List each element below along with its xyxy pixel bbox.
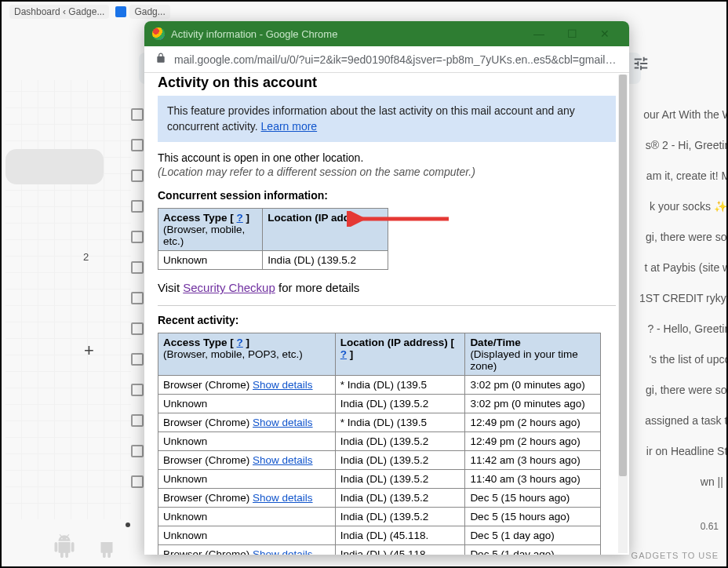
recent-loc: India (DL) (139.5.2 (335, 432, 465, 451)
row-snippet: t at Paybis (site with (645, 261, 729, 274)
recent-datetime: Dec 5 (1 day ago) (465, 526, 601, 545)
recent-row: Browser (Chrome) Show details* India (DL… (158, 376, 601, 395)
recent-loc: India (DL) (139.5.2 (335, 451, 465, 470)
minimize-button[interactable]: — (522, 23, 555, 45)
row-snippet: wn || bro (701, 475, 728, 488)
recent-type: Browser (Chrome) Show details (158, 545, 336, 555)
checkbox[interactable] (131, 200, 144, 213)
recent-datetime: 11:42 am (3 hours ago) (465, 451, 601, 470)
compose-button[interactable] (5, 149, 104, 184)
concurrent-type: Unknown (158, 251, 263, 270)
checkbox[interactable] (131, 231, 144, 243)
progress-dot (126, 522, 130, 527)
th-access-type-2: Access Type [ ? ](Browser, mobile, POP3,… (158, 333, 336, 376)
lock-icon (155, 53, 166, 66)
recent-datetime: Dec 5 (15 hours ago) (465, 508, 601, 526)
row-snippet: gi, there were some (646, 384, 728, 396)
checkbox[interactable] (131, 261, 144, 274)
recent-row: Browser (Chrome) Show detailsIndia (DL) … (158, 489, 601, 508)
security-checkup-link[interactable]: Security Checkup (183, 281, 275, 294)
background-tab-1[interactable]: Dashboard ‹ Gadge... (9, 5, 109, 19)
concurrent-title: Concurrent session information: (158, 189, 616, 202)
recent-datetime: 12:49 pm (2 hours ago) (465, 432, 601, 451)
checkbox[interactable] (131, 445, 144, 457)
recent-row: Browser (Chrome) Show details* India (DL… (158, 413, 601, 432)
recent-row: UnknownIndia (DL) (139.5.212:49 pm (2 ho… (158, 432, 601, 451)
scrollbar[interactable] (618, 75, 628, 553)
checkbox[interactable] (131, 139, 144, 151)
recent-type: Unknown (158, 470, 336, 489)
learn-more-link[interactable]: Learn more (261, 120, 318, 133)
row-snippet: 's the list of upcomi (649, 353, 728, 366)
recent-datetime: 3:02 pm (0 minutes ago) (465, 376, 601, 395)
recent-loc: India (DL) (139.5.2 (335, 489, 465, 508)
window-title: Activity information - Google Chrome (171, 28, 337, 40)
row-snippet: am it, create it! Mak (646, 169, 728, 182)
checkbox[interactable] (131, 322, 144, 335)
checkbox[interactable] (131, 414, 144, 427)
concurrent-loc: India (DL) (139.5.2 (263, 251, 388, 270)
location-help-link[interactable]: ? (340, 348, 347, 360)
recent-datetime: 3:02 pm (0 minutes ago) (465, 395, 601, 413)
recent-row: UnknownIndia (DL) (139.5.23:02 pm (0 min… (158, 395, 601, 413)
tab-favicon (115, 6, 126, 17)
activity-info-popup: Activity information - Google Chrome — ☐… (144, 21, 629, 555)
row-snippet: gi, there were some (646, 231, 728, 243)
recent-datetime: Dec 5 (15 hours ago) (465, 489, 601, 508)
recent-datetime: 12:49 pm (2 hours ago) (465, 413, 601, 432)
recent-loc: India (DL) (139.5.2 (335, 508, 465, 526)
settings-button[interactable] (632, 55, 650, 75)
show-details-link[interactable]: Show details (253, 492, 313, 504)
scrollbar-thumb[interactable] (619, 75, 627, 476)
checkbox[interactable] (131, 353, 144, 366)
maximize-button[interactable]: ☐ (555, 23, 588, 45)
th-access-type: Access Type [ ? ](Browser, mobile, etc.) (158, 209, 263, 251)
recent-title: Recent activity: (158, 314, 616, 326)
checkbox[interactable] (131, 384, 144, 396)
close-button[interactable]: ✕ (588, 23, 621, 45)
banner-text: This feature provides information about … (167, 104, 575, 133)
row-snippet: ir on Headline Studi (646, 445, 728, 457)
recent-type: Unknown (158, 508, 336, 526)
recent-loc: India (DL) (45.118. (335, 526, 465, 545)
robot-icon (53, 534, 76, 558)
checkbox[interactable] (131, 169, 144, 182)
th-location-2: Location (IP address) [ ? ] (335, 333, 465, 376)
popup-body: Activity on this account This feature pr… (144, 73, 629, 555)
watermark: GADGETS TO USE (632, 551, 719, 560)
recent-datetime: 11:40 am (3 hours ago) (465, 470, 601, 489)
unread-badge: 2 (83, 251, 89, 263)
recent-type: Browser (Chrome) Show details (158, 489, 336, 508)
robot-icon (95, 534, 118, 558)
chrome-icon (152, 27, 165, 40)
tune-icon (632, 55, 650, 72)
checkbox[interactable] (131, 108, 144, 121)
open-status: This account is open in one other locati… (158, 151, 616, 164)
address-bar[interactable]: mail.google.com/mail/u/0/?ui=2&ik=9ed019… (144, 46, 629, 73)
show-details-link[interactable]: Show details (253, 454, 313, 466)
access-help-link[interactable]: ? (237, 212, 243, 224)
checkbox[interactable] (131, 292, 144, 304)
th-datetime: Date/Time(Displayed in your time zone) (465, 333, 601, 376)
show-details-link[interactable]: Show details (253, 548, 313, 555)
access-help-link-2[interactable]: ? (237, 337, 243, 348)
recent-row: Browser (Chrome) Show detailsIndia (DL) … (158, 545, 601, 555)
open-status-sub: (Location may refer to a different sessi… (158, 166, 616, 178)
circuit-decoration (5, 80, 131, 519)
recent-row: Browser (Chrome) Show detailsIndia (DL) … (158, 451, 601, 470)
info-banner: This feature provides information about … (158, 96, 616, 142)
recent-type: Unknown (158, 526, 336, 545)
row-snippet: assigned a task to y (645, 414, 728, 427)
show-details-link[interactable]: Show details (253, 417, 313, 428)
recent-loc: India (DL) (45.118. (335, 545, 465, 555)
recent-datetime: Dec 5 (1 day ago) (465, 545, 601, 555)
concurrent-table: Access Type [ ? ](Browser, mobile, etc.)… (158, 208, 388, 270)
add-label-button[interactable]: + (84, 340, 94, 361)
recent-row: UnknownIndia (DL) (139.5.211:40 am (3 ho… (158, 470, 601, 489)
recent-type: Unknown (158, 395, 336, 413)
checkbox[interactable] (131, 475, 144, 488)
recent-activity-table: Access Type [ ? ](Browser, mobile, POP3,… (158, 333, 601, 555)
show-details-link[interactable]: Show details (253, 379, 313, 391)
background-tab-2[interactable]: Gadg... (129, 5, 169, 19)
recent-row: UnknownIndia (DL) (139.5.2Dec 5 (15 hour… (158, 508, 601, 526)
